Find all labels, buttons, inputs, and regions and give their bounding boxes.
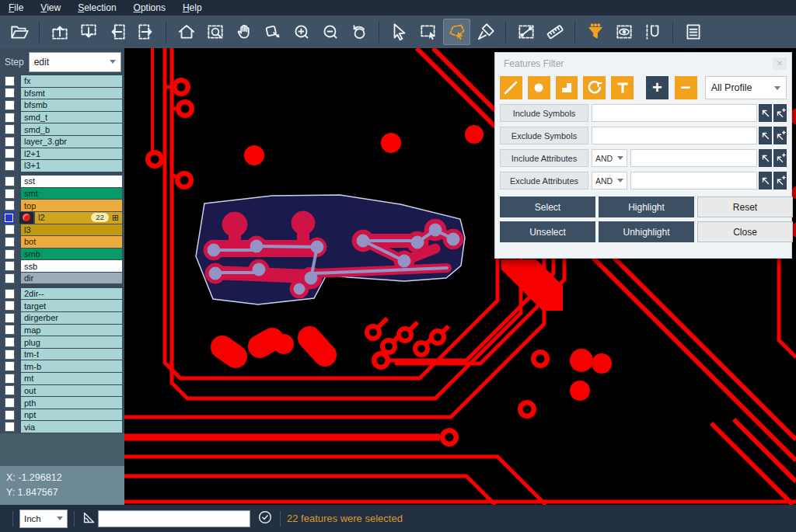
filter-surface-button[interactable] [556,76,578,99]
layer-name[interactable]: l222⊞ [35,212,122,224]
menu-help[interactable]: Help [174,1,211,15]
layer-row-bfsmb[interactable]: bfsmb [0,99,124,111]
menu-options[interactable]: Options [125,1,174,15]
layer-name[interactable]: bfsmt [21,88,122,99]
exclude-attributes-button[interactable]: Exclude Attributes [500,172,588,190]
layer-row-pth[interactable]: pth [0,397,124,409]
zoom-dynamic-icon[interactable] [259,19,286,45]
layer-name[interactable]: l2+1 [21,148,122,160]
reset-button[interactable]: Reset [697,196,793,217]
pick-add-button[interactable] [773,149,787,167]
measure-ruler-icon[interactable] [541,19,568,45]
zoom-out-icon[interactable] [316,19,344,45]
layer-row-layer_3.gbr[interactable]: layer_3.gbr [0,136,124,148]
layer-visibility-checkbox[interactable] [5,113,15,123]
pan-hand-icon[interactable] [230,19,257,45]
layer-row-dirgerber[interactable]: dirgerber [0,312,124,324]
menu-view[interactable]: View [32,1,69,15]
layer-visibility-checkbox[interactable] [5,237,15,247]
select-polygon-icon[interactable] [443,19,470,45]
layer-row-target[interactable]: target [0,300,124,311]
menu-selection[interactable]: Selection [69,1,124,15]
pick-add-button[interactable] [773,127,787,144]
layer-visibility-checkbox[interactable] [5,289,15,299]
include-attributes-logic-select[interactable]: AND [592,149,627,167]
layer-row-smt[interactable]: smt [0,188,124,200]
layer-name[interactable]: mt [21,373,122,384]
unhighlight-button[interactable]: Unhighlight [599,221,694,242]
layer-row-plug[interactable]: plug [0,336,124,348]
pick-add-button[interactable] [773,172,787,190]
layer-visibility-checkbox[interactable] [5,76,15,86]
select-rectangle-icon[interactable] [414,19,442,45]
layer-visibility-checkbox[interactable] [5,249,15,259]
layer-visibility-checkbox[interactable] [5,124,15,134]
layer-visibility-checkbox[interactable] [5,313,15,323]
layer-visibility-checkbox[interactable] [5,224,15,235]
layer-row-l3+1[interactable]: l3+1 [0,160,124,172]
layer-row-l2+1[interactable]: l2+1 [0,148,124,160]
exclude-symbols-input[interactable] [592,127,757,144]
layer-row-bot[interactable]: bot [0,236,124,248]
pick-from-canvas-button[interactable] [759,104,772,122]
select-pointer-icon[interactable] [386,19,413,45]
layers-panel-icon[interactable] [679,19,707,45]
layer-visibility-checkbox[interactable] [5,137,15,147]
layer-row-sst[interactable]: sst [0,176,124,187]
exclude-symbols-button[interactable]: Exclude Symbols [500,127,588,144]
pick-add-button[interactable] [773,104,787,122]
exclude-attributes-input[interactable] [630,172,757,190]
include-attributes-input[interactable] [630,149,757,167]
layer-visibility-checkbox[interactable] [5,325,15,335]
layer-visibility-checkbox[interactable] [5,148,15,158]
layer-name[interactable]: sst [21,176,122,187]
step-select[interactable]: edit [29,52,121,72]
include-symbols-button[interactable]: Include Symbols [500,104,588,122]
layer-name[interactable]: smd_t [21,112,122,123]
unselect-button[interactable]: Unselect [500,221,595,242]
zoom-home-icon[interactable] [173,19,200,45]
measure-distance-icon[interactable] [512,19,539,45]
view-options-icon[interactable] [610,19,637,45]
dialog-title-bar[interactable]: Features Filter ✕ [500,53,787,74]
layer-name[interactable]: via [21,421,122,433]
layer-row-out[interactable]: out [0,385,124,397]
measure-corner-icon[interactable] [81,509,98,529]
layer-visibility-checkbox[interactable] [5,410,15,420]
layer-name[interactable]: map [21,325,122,336]
remove-filter-button[interactable]: − [675,76,697,99]
profile-select[interactable]: All Profile [705,76,787,99]
layer-visibility-checkbox[interactable] [5,301,15,311]
layer-visibility-checkbox[interactable] [5,422,15,432]
layer-name[interactable]: 2dir-- [21,288,122,300]
layer-visibility-checkbox[interactable] [5,189,15,199]
open-file-icon[interactable] [5,19,33,45]
layer-name[interactable]: pth [21,397,122,409]
zoom-in-icon[interactable] [288,19,315,45]
filter-arc-button[interactable] [583,76,606,99]
layer-visibility-checkbox[interactable] [5,261,15,271]
layer-row-tm-b[interactable]: tm-b [0,360,124,372]
exclude-attributes-logic-select[interactable]: AND [592,172,627,190]
snap-mode-icon[interactable] [639,19,666,45]
layer-row-via[interactable]: via [0,421,124,433]
layer-row-smd_b[interactable]: smd_b [0,123,124,135]
layer-name[interactable]: tm-b [21,360,122,372]
menu-file[interactable]: File [0,1,32,15]
include-symbols-input[interactable] [592,104,757,122]
features-filter-icon[interactable] [581,19,609,45]
layer-visibility-checkbox[interactable] [5,200,15,210]
layer-name[interactable]: dir [21,273,122,284]
layer-row-smb[interactable]: smb [0,249,124,260]
layer-visibility-checkbox[interactable] [5,349,15,360]
pan-down-icon[interactable] [75,19,102,45]
layer-row-dir[interactable]: dir [0,273,124,284]
layer-name[interactable]: smt [21,188,122,200]
layer-row-tm-t[interactable]: tm-t [0,349,124,360]
select-button[interactable]: Select [500,196,595,217]
layer-visibility-checkbox[interactable] [5,361,15,371]
layer-row-map[interactable]: map [0,325,124,336]
layer-name[interactable]: smd_b [21,123,122,135]
layer-visibility-checkbox[interactable] [5,273,15,283]
pick-from-canvas-button[interactable] [759,127,772,144]
